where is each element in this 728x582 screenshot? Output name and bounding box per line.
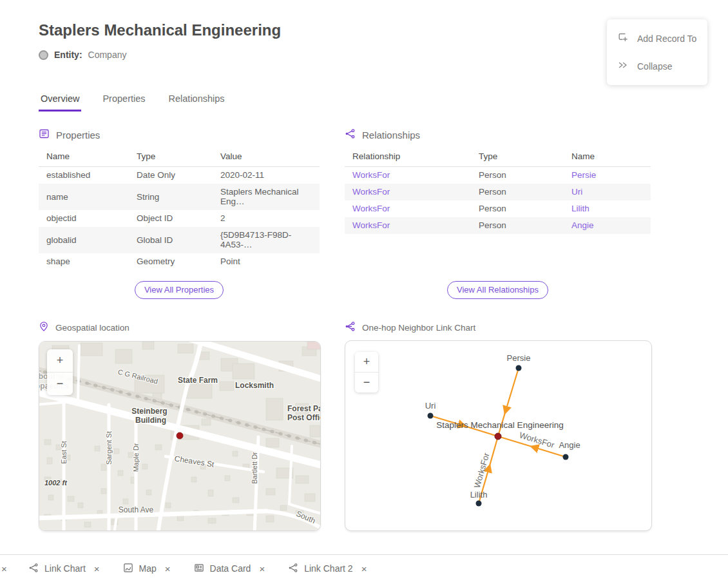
relationships-section-header: Relationships [345, 128, 420, 141]
map-view[interactable]: rbour opaedics C G Railroad State Farm L… [39, 341, 321, 531]
prop-value: Point [213, 253, 320, 270]
close-icon[interactable]: × [361, 563, 367, 574]
geospatial-section-title: Geospatial location [55, 323, 129, 333]
properties-header-row: Name Type Value [39, 148, 320, 167]
svg-text:Forest Par: Forest Par [287, 404, 320, 413]
related-entity-link[interactable]: Angie [571, 220, 594, 230]
properties-table: Name Type Value established Date Only 20… [39, 148, 320, 270]
menu-item-label: Add Record To [637, 34, 696, 44]
node-uri[interactable] [428, 413, 434, 419]
node-angie[interactable] [563, 454, 569, 460]
related-entity-link[interactable]: Persie [571, 170, 596, 180]
prop-name: shape [39, 253, 129, 270]
link-chart-canvas[interactable]: WorksFor WorksFor Persie Uri Angie Lilit… [345, 341, 651, 530]
zoom-out-button[interactable]: − [47, 372, 73, 395]
svg-text:Steinberg: Steinberg [131, 407, 167, 416]
rel-type: Person [471, 200, 564, 217]
prop-value: 2020-02-11 [213, 167, 320, 184]
tab-relationships[interactable]: Relationships [167, 93, 227, 112]
view-all-relationships-button[interactable]: View All Relationships [447, 281, 548, 299]
add-record-icon [617, 32, 629, 45]
related-entity-link[interactable]: Uri [571, 187, 582, 197]
zoom-out-button[interactable]: − [355, 372, 378, 393]
node-lilith[interactable] [476, 501, 482, 507]
close-icon[interactable]: × [165, 563, 171, 574]
prop-type: Object ID [129, 210, 213, 227]
tab-label: Link Chart 2 [304, 563, 352, 574]
col-type: Type [471, 148, 564, 167]
menu-item-add-record-to[interactable]: Add Record To [607, 24, 707, 52]
link-chart-icon [345, 321, 356, 334]
properties-icon [39, 128, 50, 141]
prop-value: {5D9B4713-F98D-4A53-… [213, 227, 320, 253]
tab-properties[interactable]: Properties [101, 93, 147, 112]
menu-item-label: Collapse [637, 61, 672, 72]
edge-label: WorksFor [518, 430, 556, 450]
prop-value: 2 [213, 210, 320, 227]
relationships-header-row: Relationship Type Name [345, 148, 651, 167]
close-icon[interactable]: × [259, 563, 265, 574]
basemap[interactable]: rbour opaedics C G Railroad State Farm L… [39, 342, 320, 530]
rel-type: Person [471, 167, 564, 184]
linkchart-zoom-control: + − [355, 352, 378, 393]
map-icon [123, 563, 133, 575]
tab-data-card[interactable]: Data Card × [194, 563, 265, 575]
col-value: Value [213, 148, 320, 167]
svg-text:Locksmith: Locksmith [235, 381, 274, 390]
tab-link-chart[interactable]: Link Chart × [28, 563, 100, 575]
prop-value: Staplers Mechanical Eng… [213, 184, 320, 210]
entity-label: Entity: [54, 50, 82, 60]
prop-type: Date Only [129, 167, 213, 184]
prop-name: name [39, 184, 129, 210]
relationships-icon [345, 128, 356, 141]
relationship-link[interactable]: WorksFor [352, 220, 390, 230]
relationships-section-title: Relationships [362, 130, 420, 141]
zoom-in-button[interactable]: + [47, 349, 73, 372]
related-entity-link[interactable]: Lilith [571, 204, 589, 213]
link-chart-view[interactable]: WorksFor WorksFor Persie Uri Angie Lilit… [345, 340, 652, 531]
linkchart-section-header: One-hop Neighbor Link Chart [345, 321, 475, 334]
properties-section-title: Properties [56, 130, 100, 141]
relationships-table: Relationship Type Name WorksFor Person P… [345, 148, 651, 234]
map-scale-label: 1002 ft [44, 479, 68, 487]
table-row: globalid Global ID {5D9B4713-F98D-4A53-… [39, 227, 320, 253]
relationship-link[interactable]: WorksFor [352, 187, 390, 197]
svg-text:State Farm: State Farm [178, 376, 218, 385]
svg-text:Bartlett Dr: Bartlett Dr [251, 452, 258, 484]
tab-label: Map [139, 563, 157, 574]
graph-nodes [428, 365, 569, 507]
tab-label: Data Card [210, 563, 251, 574]
entity-data-card-page: Staplers Mechanical Engineering Entity: … [0, 0, 728, 582]
prop-name: established [39, 167, 129, 184]
node-label: Persie [507, 353, 531, 363]
geospatial-section-header: Geospatial location [39, 321, 129, 334]
node-persie[interactable] [516, 365, 522, 371]
prop-type: String [129, 184, 213, 210]
menu-item-collapse[interactable]: Collapse [607, 52, 707, 80]
svg-text:Post Offic: Post Offic [287, 413, 320, 422]
rel-type: Person [471, 184, 564, 200]
node-center-entity[interactable] [495, 433, 501, 440]
node-label: Staplers Mechanical Engineering [436, 420, 563, 430]
close-icon[interactable]: × [1, 563, 10, 574]
col-relationship: Relationship [345, 148, 471, 167]
page-title: Staplers Mechanical Engineering [39, 21, 281, 39]
data-card-icon [194, 563, 204, 575]
entity-location-marker[interactable] [177, 432, 183, 439]
tab-overview[interactable]: Overview [39, 93, 81, 112]
close-icon[interactable]: × [94, 563, 100, 574]
tab-map[interactable]: Map × [123, 563, 171, 575]
view-all-properties-button[interactable]: View All Properties [135, 281, 224, 299]
table-row: objectid Object ID 2 [39, 210, 320, 227]
zoom-in-button[interactable]: + [355, 352, 378, 372]
relationship-link[interactable]: WorksFor [352, 170, 390, 180]
tab-link-chart-2[interactable]: Link Chart 2 × [288, 563, 367, 575]
entity-type-value: Company [88, 50, 127, 60]
node-label: Angie [559, 440, 580, 450]
svg-text:Building: Building [135, 416, 166, 425]
svg-text:Maple Dr: Maple Dr [132, 443, 140, 472]
node-label: Uri [425, 401, 436, 411]
relationship-link[interactable]: WorksFor [352, 204, 390, 213]
link-chart-icon [288, 563, 298, 575]
table-row: shape Geometry Point [39, 253, 320, 270]
